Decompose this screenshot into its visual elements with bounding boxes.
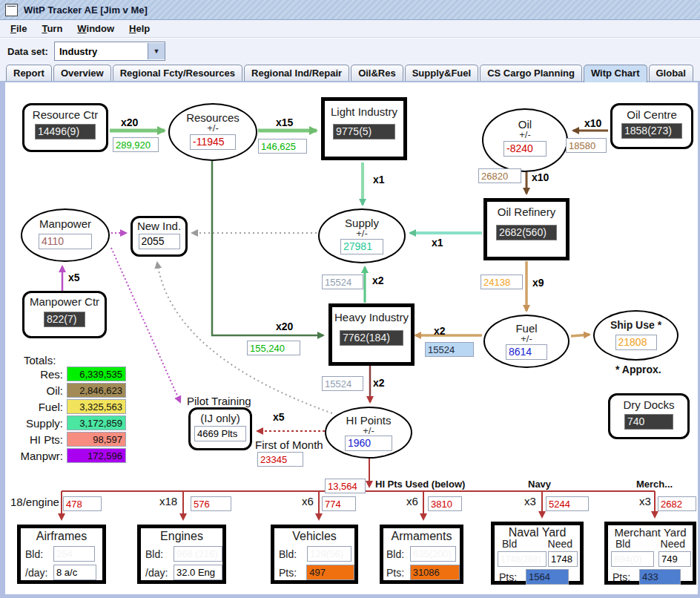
legend-value-res: 6,339,535 [67,367,126,381]
chevron-down-icon[interactable]: ▼ [148,43,165,59]
mult-resources-to-hi: x20 [276,321,293,332]
mult-vehicles: x6 [302,495,314,507]
node-subtitle: +/- [483,131,567,139]
resources-to-hi-value[interactable]: 155,240 [247,341,300,355]
menu-bar: File Turn Window Help [0,20,700,38]
factory-merchant-yard: Merchant Yard BldNeed 894(0) 749 Pts: 43… [604,522,696,585]
node-subtitle: (IJ only) [191,412,250,424]
first-of-month-label: First of Month [255,438,323,451]
tab-cs-cargo-planning[interactable]: CS Cargo Planning [480,65,582,81]
refinery-to-fuel-value[interactable]: 24138 [481,275,523,289]
mult-hi-to-supply: x2 [372,275,384,286]
vehicles-bld-field[interactable]: 129(56) [307,546,351,562]
naval-yard-points[interactable]: 5244 [546,496,589,511]
factory-engines: Engines Bld: 968 (216) /day: 32.0 Eng [137,525,226,584]
pilot-training-value-field[interactable]: 4669 Plts [194,426,246,441]
factory-armaments: Armaments Bld: 635(200) Pts: 31086 [380,525,463,584]
hi-points-value-field[interactable]: 1960 [345,436,392,451]
airframes-points[interactable]: 478 [63,496,102,511]
supply-value-field[interactable]: 27981 [340,239,383,254]
tab-witp-chart[interactable]: Witp Chart [584,65,647,82]
fuel-to-hi-value[interactable]: 15524 [425,342,474,357]
node-title: Manpower [22,217,108,230]
ship-use-value-field[interactable]: 21808 [615,335,657,350]
naval-need-field[interactable]: 1748 [548,551,578,567]
tab-report[interactable]: Report [6,65,52,81]
tab-regional-ind-repair[interactable]: Regional Ind/Repair [244,65,349,81]
tab-global[interactable]: Global [649,65,693,81]
node-hi-points: HI Points +/- 1960 [325,407,412,459]
factory-title: Airframes [21,530,102,543]
resources-value-field[interactable]: -11945 [190,134,236,150]
legend-label-oil: Oil: [1,384,63,397]
oil-to-refinery-value[interactable]: 26820 [478,168,521,183]
menu-turn[interactable]: Turn [36,21,68,36]
dataset-selected-value: Industry [55,46,148,57]
mult-hi-to-hipoints: x2 [373,377,385,389]
naval-bld-field[interactable]: 1748(268) [498,551,547,567]
manpower-ctr-value-field[interactable]: 822(7) [44,312,85,327]
legend-label-supply: Supply: [1,417,63,430]
pts-label: Pts: [386,567,410,579]
window-icon [5,4,18,16]
hi-used-value[interactable]: 13,564 [325,479,366,493]
armaments-bld-field[interactable]: 635(200) [410,546,456,562]
menu-file[interactable]: File [4,21,33,36]
naval-pts-field[interactable]: 1564 [526,569,569,585]
armaments-points[interactable]: 3810 [428,496,462,511]
app-window: WitP Tracker AE [Jim v Me] File Turn Win… [0,0,700,598]
tab-overview[interactable]: Overview [53,65,111,81]
node-title: Light Industry [325,105,403,118]
mult-res-to-resources: x20 [121,116,138,128]
oil-value-field[interactable]: -8240 [503,141,547,157]
hi-to-supply-value[interactable]: 15524 [322,275,363,289]
tab-oil-res[interactable]: Oil&Res [351,65,403,81]
oilcentre-to-oil-value[interactable]: 18580 [566,138,607,153]
legend-label-fuel: Fuel: [1,401,63,413]
menu-window[interactable]: Window [71,21,120,36]
mult-refinery-to-supply: x1 [432,237,443,249]
legend-label-manpwr: Manpwr: [1,450,63,462]
merchant-bld-field[interactable]: 894(0) [611,551,654,567]
dataset-label: Data set: [7,46,48,57]
merchant-need-field[interactable]: 749 [658,551,691,567]
dry-docks-value-field[interactable]: 740 [624,414,673,430]
airframes-bld-field[interactable]: 254 [53,546,95,562]
resources-to-light-value[interactable]: 146,625 [258,139,307,154]
heavy-industry-value-field[interactable]: 7762(184) [340,330,403,346]
engines-bld-field[interactable]: 968 (216) [174,546,222,562]
menu-help[interactable]: Help [123,21,156,36]
merch-heading: Merch... [636,479,673,490]
node-title: Oil Refinery [487,206,566,218]
hi-to-hipoints-value[interactable]: 15524 [322,376,363,391]
fuel-value-field[interactable]: 8614 [506,344,547,360]
legend-value-hipts: 98,597 [67,432,126,447]
engines-day-field[interactable]: 32.0 Eng [174,565,222,580]
node-title: Heavy Industry [332,311,411,323]
hi-pts-used-heading: HI Pts Used (below) [375,479,465,490]
resource-ctr-value-field[interactable]: 14496(9) [35,124,96,139]
light-industry-value-field[interactable]: 9775(5) [333,124,395,139]
node-dry-docks: Dry Docks 740 [608,393,690,439]
node-title: Dry Docks [610,398,687,411]
node-oil-refinery: Oil Refinery 2682(560) [483,198,569,260]
res-to-resources-value[interactable]: 289,920 [113,137,159,152]
day-label: /day: [145,567,174,579]
tab-regional-fcty-resources[interactable]: Regional Fcty/Resources [113,65,242,81]
oil-refinery-value-field[interactable]: 2682(560) [496,225,557,240]
hipoints-to-pilot-value[interactable]: 23345 [257,452,303,467]
manpower-value-field[interactable]: 4110 [39,234,92,249]
vehicles-pts-field[interactable]: 497 [306,565,354,580]
merchant-yard-points[interactable]: 2682 [658,496,696,511]
node-light-industry: Light Industry 9775(5) [321,97,407,160]
dataset-combobox[interactable]: Industry ▼ [54,42,165,61]
vehicles-points[interactable]: 774 [322,496,356,511]
airframes-day-field[interactable]: 8 a/c [53,565,96,580]
new-ind-value-field[interactable]: 2055 [139,234,180,249]
engines-points[interactable]: 576 [191,496,231,511]
armaments-pts-field[interactable]: 31086 [410,565,460,580]
merchant-pts-field[interactable]: 433 [639,569,681,585]
tab-supply-fuel[interactable]: Supply&Fuel [405,65,478,81]
node-pilot-training: (IJ only) 4669 Plts [188,407,252,450]
oil-centre-value-field[interactable]: 1858(273) [621,123,682,139]
